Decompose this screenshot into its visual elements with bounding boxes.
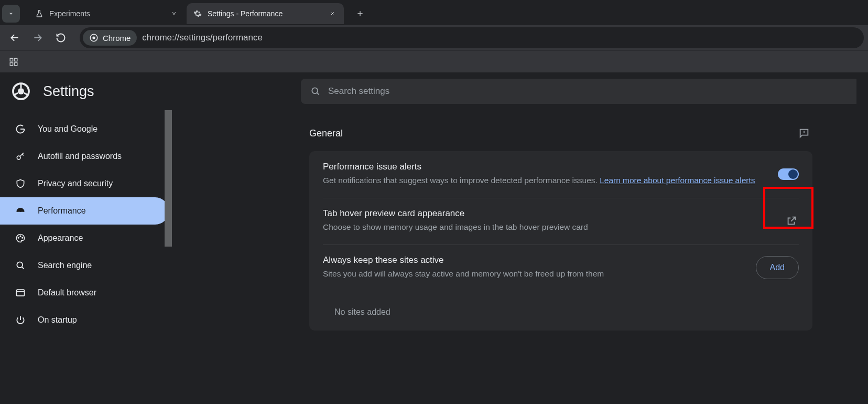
nav-label: Default browser [38,288,96,297]
toolbar: Chrome chrome://settings/performance [0,25,868,50]
page-title: Settings [43,83,94,100]
shield-icon [15,178,26,189]
site-chip[interactable]: Chrome [83,30,137,46]
svg-point-1 [92,36,95,39]
general-card: Performance issue alerts Get notificatio… [309,151,812,331]
tab-title: Settings - Performance [208,9,322,18]
power-icon [15,314,26,326]
svg-rect-5 [15,62,17,65]
apps-button[interactable] [5,54,22,70]
empty-sites-label: No sites added [323,301,390,320]
row-title: Tab hover preview card appearance [323,208,774,219]
url-text: chrome://settings/performance [142,33,263,43]
nav-label: Autofill and passwords [38,152,122,161]
omnibox[interactable]: Chrome chrome://settings/performance [80,27,864,48]
nav-label: You and Google [38,124,97,134]
close-icon[interactable] [169,8,179,19]
svg-point-11 [20,236,21,237]
svg-rect-4 [10,62,13,65]
performance-alerts-toggle[interactable] [778,168,799,180]
svg-rect-2 [10,58,13,61]
toggle-knob [788,169,798,179]
svg-rect-14 [17,290,25,296]
svg-point-12 [22,237,23,238]
tab-title: Experiments [49,9,164,18]
sidebar-item-performance[interactable]: Performance [0,197,169,225]
reload-button[interactable] [50,27,71,48]
sidebar-scrollbar[interactable] [166,110,173,404]
tab-strip: Experiments Settings - Performance [0,0,868,25]
sidebar-item-search-engine[interactable]: Search engine [0,252,169,279]
forward-button[interactable] [27,27,48,48]
close-icon[interactable] [327,8,338,19]
tab-search-button[interactable] [2,5,20,23]
chrome-logo-icon [12,82,30,101]
main-content: General Performance issue alerts Get not… [175,110,868,404]
row-performance-alerts: Performance issue alerts Get notificatio… [309,151,812,198]
back-button[interactable] [4,27,25,48]
add-site-button[interactable]: Add [756,256,799,279]
nav-label: Performance [38,206,86,216]
tab-settings-performance[interactable]: Settings - Performance [187,3,344,24]
sidebar: You and Google Autofill and passwords Pr… [0,110,175,404]
window-icon [15,287,26,299]
browser-chrome: Experiments Settings - Performance [0,0,868,72]
sidebar-item-autofill[interactable]: Autofill and passwords [0,143,169,170]
scrollbar-thumb[interactable] [165,110,172,247]
nav-label: Search engine [38,261,92,270]
settings-header: Settings [0,72,868,110]
sidebar-item-you-and-google[interactable]: You and Google [0,115,169,143]
new-tab-button[interactable] [351,5,369,23]
svg-point-7 [18,88,24,94]
chip-label: Chrome [103,34,131,42]
speedometer-icon [15,205,26,217]
svg-point-10 [18,237,19,238]
svg-point-8 [312,88,318,93]
bookmarks-bar [0,50,868,72]
settings-search[interactable] [301,79,856,104]
row-title: Performance issue alerts [323,162,767,172]
row-subtitle: Get notifications that suggest ways to i… [323,174,767,187]
key-icon [15,151,26,162]
row-title: Always keep these sites active [323,255,745,265]
flask-icon [35,9,44,18]
gear-icon [193,9,202,18]
svg-point-13 [17,262,23,268]
learn-more-link[interactable]: Learn more about performance issue alert… [600,176,755,185]
settings-search-input[interactable] [328,86,847,97]
nav-label: Appearance [38,233,83,243]
search-icon [310,86,321,97]
g-icon [15,123,26,135]
external-link-icon [784,214,799,228]
sidebar-item-on-startup[interactable]: On startup [0,306,169,334]
chrome-icon [89,33,99,42]
search-icon [15,260,26,271]
row-subtitle: Sites you add will always stay active an… [323,268,745,281]
svg-rect-3 [15,58,17,61]
row-subtitle: Choose to show memory usage and images i… [323,221,774,234]
tab-experiments[interactable]: Experiments [28,3,186,24]
row-always-active: Always keep these sites active Sites you… [309,244,812,331]
svg-point-9 [17,156,20,160]
nav-label: Privacy and security [38,179,113,188]
settings-app: Settings You and Google Autofill and pas… [0,72,868,404]
nav-label: On startup [38,315,77,325]
section-title: General [309,128,343,139]
row-tab-hover-preview[interactable]: Tab hover preview card appearance Choose… [309,198,812,244]
sidebar-item-privacy[interactable]: Privacy and security [0,170,169,197]
sidebar-item-default-browser[interactable]: Default browser [0,279,169,306]
palette-icon [15,232,26,244]
sidebar-item-appearance[interactable]: Appearance [0,225,169,252]
feedback-button[interactable] [796,125,812,142]
